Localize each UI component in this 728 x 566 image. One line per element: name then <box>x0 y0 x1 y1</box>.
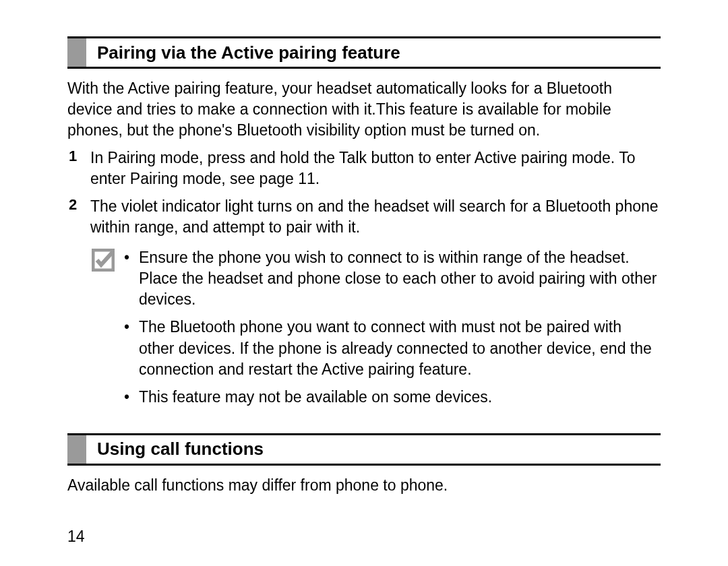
bullet-dot: • <box>120 387 139 408</box>
note-bullets: • Ensure the phone you wish to connect t… <box>120 247 661 414</box>
note-item: • This feature may not be available on s… <box>120 387 661 408</box>
section-intro: With the Active pairing feature, your he… <box>67 78 661 141</box>
heading-accent-bar <box>67 38 86 67</box>
heading-title: Using call functions <box>86 435 264 464</box>
step-number: 2 <box>67 196 90 238</box>
heading-accent-bar <box>67 435 86 464</box>
note-text: This feature may not be available on som… <box>139 387 661 408</box>
heading-title: Pairing via the Active pairing feature <box>86 38 400 67</box>
page-number: 14 <box>67 528 85 546</box>
bullet-dot: • <box>120 317 139 379</box>
numbered-steps: 1 In Pairing mode, press and hold the Ta… <box>67 148 661 238</box>
checkmark-icon <box>92 247 120 414</box>
note-item: • The Bluetooth phone you want to connec… <box>120 317 661 379</box>
step-item: 2 The violet indicator light turns on an… <box>67 196 661 238</box>
note-text: Ensure the phone you wish to connect to … <box>139 247 661 310</box>
section-heading-pairing: Pairing via the Active pairing feature <box>67 36 661 69</box>
bullet-dot: • <box>120 247 139 310</box>
note-text: The Bluetooth phone you want to connect … <box>139 317 661 379</box>
section-heading-call-functions: Using call functions <box>67 433 661 466</box>
step-text: In Pairing mode, press and hold the Talk… <box>90 148 661 189</box>
step-text: The violet indicator light turns on and … <box>90 196 661 238</box>
manual-page: Pairing via the Active pairing feature W… <box>0 0 728 496</box>
note-item: • Ensure the phone you wish to connect t… <box>120 247 661 310</box>
note-block: • Ensure the phone you wish to connect t… <box>92 247 661 414</box>
section-body: Available call functions may differ from… <box>67 475 661 496</box>
step-item: 1 In Pairing mode, press and hold the Ta… <box>67 148 661 189</box>
step-number: 1 <box>67 148 90 189</box>
